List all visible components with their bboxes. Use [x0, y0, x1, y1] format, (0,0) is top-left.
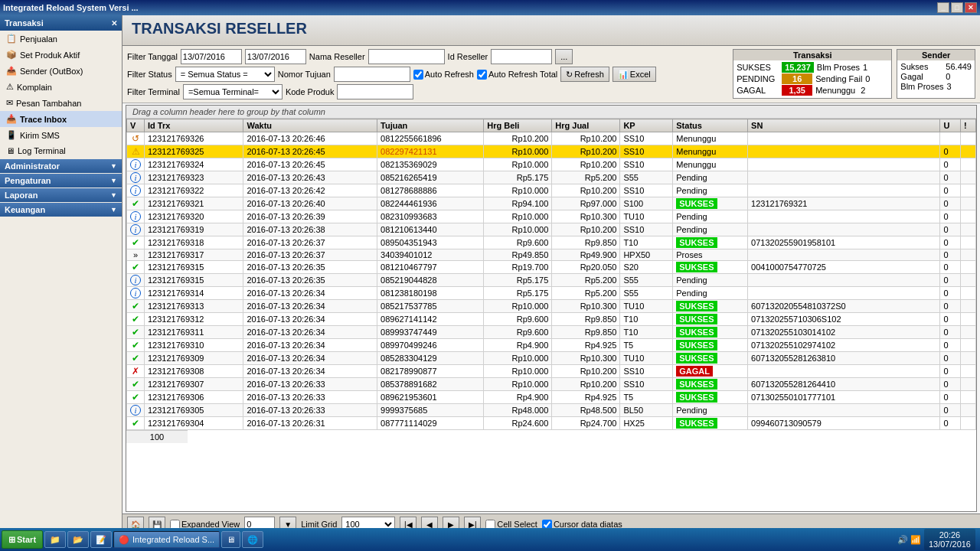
col-hrg-beli[interactable]: Hrg Beli [484, 119, 552, 132]
sidebar-section-administrator[interactable]: Administrator ▼ [0, 159, 122, 173]
filter-date-to[interactable] [245, 49, 306, 64]
sidebar-section-laporan[interactable]: Laporan ▼ [0, 188, 122, 202]
nomor-tujuan-input[interactable] [334, 67, 410, 82]
keuangan-chevron-icon: ▼ [110, 206, 117, 214]
sidebar-item-trace-inbox[interactable]: 📥 Trace Inbox [0, 111, 122, 127]
sidebar-item-log-terminal[interactable]: 🖥 Log Terminal [0, 143, 122, 158]
table-row[interactable]: ✔ 123121769304 2016-07-13 20:26:31 08777… [127, 417, 976, 430]
row-hrg-beli: Rp10.000 [484, 223, 552, 236]
sidebar-section-keuangan[interactable]: Keuangan ▼ [0, 203, 122, 217]
table-row[interactable]: ✔ 123121769313 2016-07-13 20:26:34 08521… [127, 300, 976, 313]
filter-date-from[interactable] [181, 49, 242, 64]
col-extra[interactable]: ! [961, 119, 976, 132]
table-row[interactable]: i 123121769323 2016-07-13 20:26:43 08521… [127, 171, 976, 184]
table-row[interactable]: » 123121769317 2016-07-13 20:26:37 34039… [127, 249, 976, 261]
row-tujuan: 089621953601 [377, 391, 484, 404]
sidebar-item-pesan-tambahan[interactable]: ✉ Pesan Tambahan [0, 95, 122, 111]
sidebar-item-penjualan[interactable]: 📋 Penjualan [0, 31, 122, 47]
table-row[interactable]: ✔ 123121769310 2016-07-13 20:26:34 08997… [127, 339, 976, 352]
sidebar-item-komplain[interactable]: ⚠ Komplain [0, 79, 122, 95]
row-u: 0 [940, 261, 961, 274]
table-row[interactable]: i 123121769314 2016-07-13 20:26:34 08123… [127, 287, 976, 300]
row-status: SUKSES [673, 417, 748, 430]
start-button[interactable]: ⊞ Start [2, 530, 43, 549]
row-hrg-jual: Rp10.300 [552, 210, 620, 223]
stats-panel: Transaksi SUKSES 15,237 Blm Proses 1 PEN… [733, 49, 975, 99]
sidebar-close-button[interactable]: ✕ [111, 19, 117, 28]
taskbar-app-irs[interactable]: 🔴 Integrated Reload S... [113, 531, 220, 548]
auto-refresh-checkbox[interactable] [413, 70, 423, 80]
col-sn[interactable]: SN [748, 119, 940, 132]
row-u: 0 [940, 184, 961, 197]
table-row[interactable]: ✔ 123121769312 2016-07-13 20:26:34 08962… [127, 313, 976, 326]
table-row[interactable]: ✗ 123121769308 2016-07-13 20:26:34 08217… [127, 365, 976, 378]
filter-status-select[interactable]: = Semua Status = [175, 67, 275, 82]
table-row[interactable]: ↺ 123121769326 2016-07-13 20:26:46 08122… [127, 132, 976, 145]
minimize-button[interactable]: _ [937, 2, 949, 13]
table-row[interactable]: ✔ 123121769315 2016-07-13 20:26:35 08121… [127, 261, 976, 274]
sidebar: Transaksi ✕ 📋 Penjualan 📦 Set Produk Akt… [0, 15, 122, 551]
table-row[interactable]: i 123121769324 2016-07-13 20:26:45 08213… [127, 158, 976, 171]
taskbar-app-folder[interactable]: 📂 [67, 531, 89, 548]
taskbar-app-browser[interactable]: 🌐 [242, 531, 263, 548]
table-row[interactable]: ✔ 123121769306 2016-07-13 20:26:33 08962… [127, 391, 976, 404]
auto-refresh-total-checkbox[interactable] [477, 70, 487, 80]
sidebar-item-label: Komplain [17, 83, 52, 92]
sidebar-item-sender-outbox[interactable]: 📤 Sender (OutBox) [0, 63, 122, 79]
taskbar-app-cmd[interactable]: 🖥 [221, 531, 240, 548]
table-container[interactable]: Drag a column header here to group by th… [126, 105, 977, 512]
row-extra [961, 145, 976, 158]
col-id-trx[interactable]: Id Trx [145, 119, 243, 132]
laporan-chevron-icon: ▼ [110, 191, 117, 199]
col-v[interactable]: V [127, 119, 145, 132]
table-row[interactable]: ✔ 123121769307 2016-07-13 20:26:33 08537… [127, 378, 976, 391]
row-kp: S55 [620, 274, 673, 287]
col-hrg-jual[interactable]: Hrg Jual [552, 119, 620, 132]
status-badge: SUKSES [676, 198, 717, 209]
col-tujuan[interactable]: Tujuan [377, 119, 484, 132]
auto-refresh-total-checkbox-label[interactable]: Auto Refresh Total [477, 70, 557, 80]
col-u[interactable]: U [940, 119, 961, 132]
table-row[interactable]: i 123121769322 2016-07-13 20:26:42 08127… [127, 184, 976, 197]
table-row[interactable]: ✔ 123121769309 2016-07-13 20:26:34 08528… [127, 352, 976, 365]
col-status[interactable]: Status [673, 119, 748, 132]
col-kp[interactable]: KP [620, 119, 673, 132]
table-row[interactable]: i 123121769320 2016-07-13 20:26:39 08231… [127, 210, 976, 223]
table-row[interactable]: ✔ 123121769321 2016-07-13 20:26:40 08224… [127, 197, 976, 210]
col-waktu[interactable]: Waktu [243, 119, 377, 132]
sidebar-section-pengaturan[interactable]: Pengaturan ▼ [0, 174, 122, 187]
nama-reseller-input[interactable] [368, 49, 445, 64]
kode-produk-input[interactable] [337, 84, 413, 99]
sidebar-item-set-produk-aktif[interactable]: 📦 Set Produk Aktif [0, 47, 122, 63]
row-status: SUKSES [673, 339, 748, 352]
blm-proses-value: 1 [863, 63, 886, 72]
table-row[interactable]: i 123121769305 2016-07-13 20:26:33 99993… [127, 404, 976, 417]
table-row[interactable]: i 123121769315 2016-07-13 20:26:35 08521… [127, 274, 976, 287]
row-extra [961, 339, 976, 352]
row-u: 0 [940, 287, 961, 300]
taskbar-app-explorer[interactable]: 📁 [44, 531, 66, 548]
excel-button[interactable]: 📊 Excel [612, 67, 656, 82]
row-u [940, 132, 961, 145]
refresh-button[interactable]: ↻ Refresh [560, 67, 609, 82]
id-reseller-input[interactable] [491, 49, 552, 64]
row-icon-cell: i [127, 171, 145, 184]
table-row[interactable]: ⚠ 123121769325 2016-07-13 20:26:45 08229… [127, 145, 976, 158]
taskbar-app-notepad[interactable]: 📝 [90, 531, 112, 548]
auto-refresh-checkbox-label[interactable]: Auto Refresh [413, 70, 474, 80]
close-button[interactable]: ✕ [965, 2, 977, 13]
sys-tray: 🔊 📶 [897, 535, 921, 545]
row-id-trx: 123121769305 [145, 404, 243, 417]
sidebar-item-kirim-sms[interactable]: 📱 Kirim SMS [0, 127, 122, 143]
row-extra [961, 210, 976, 223]
maximize-button[interactable]: □ [951, 2, 963, 13]
id-reseller-browse-button[interactable]: ... [555, 49, 573, 64]
row-sn: 071320255710306S102 [748, 313, 940, 326]
table-row[interactable]: i 123121769319 2016-07-13 20:26:38 08121… [127, 223, 976, 236]
filter-terminal-select[interactable]: =Semua Terminal= [183, 84, 283, 99]
table-row[interactable]: ✔ 123121769318 2016-07-13 20:26:37 08950… [127, 236, 976, 249]
nomor-tujuan-label: Nomor Tujuan [278, 70, 331, 79]
row-icon-cell: ⚠ [127, 145, 145, 158]
check-icon: ✔ [132, 392, 139, 403]
table-row[interactable]: ✔ 123121769311 2016-07-13 20:26:34 08999… [127, 326, 976, 339]
